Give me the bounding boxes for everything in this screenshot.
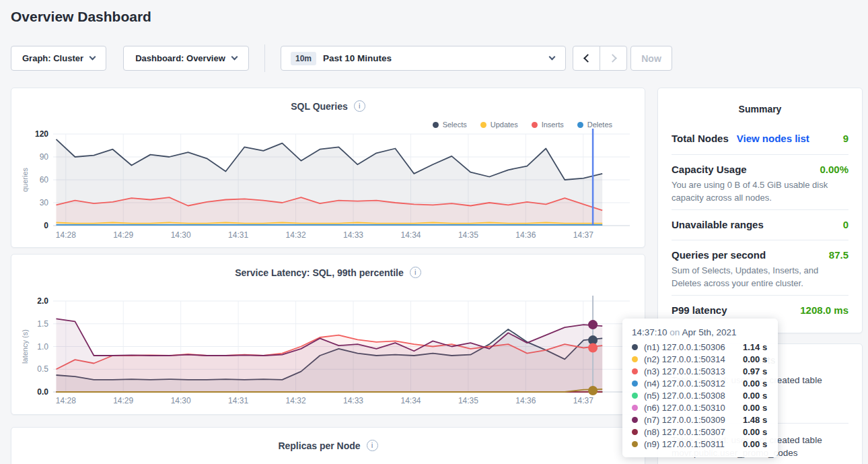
time-range-dropdown[interactable]: 10m Past 10 Minutes (281, 46, 566, 71)
service-latency-card: Service Latency: SQL, 99th percentile i … (11, 254, 645, 415)
chevron-right-icon (608, 54, 617, 63)
info-icon[interactable]: i (367, 440, 378, 451)
sql-queries-chart[interactable]: 14:2814:2914:3014:3114:3214:3314:3414:35… (11, 88, 646, 248)
toolbar-divider (264, 44, 265, 72)
tooltip-row: (n9) 127.0.0.1:503110.00 s (632, 438, 768, 450)
tooltip-series-dot (632, 405, 638, 411)
tooltip-series-dot (632, 380, 638, 387)
y-tick-label: 0.5 (37, 364, 48, 374)
sql-queries-card: SQL Queries i SelectsUpdatesInsertsDelet… (11, 88, 645, 248)
tooltip-series-dot (632, 393, 638, 399)
page-title: Overview Dashboard (11, 9, 151, 25)
divider (672, 209, 848, 210)
tooltip-row: (n3) 127.0.0.1:503130.97 s (632, 365, 768, 377)
queries-per-second-description: Sum of Selects, Updates, Inserts, and De… (672, 264, 848, 290)
tooltip-node-value: 0.00 s (743, 391, 767, 401)
x-tick-label: 14:35 (458, 396, 478, 405)
chevron-down-icon (89, 54, 96, 61)
tooltip-node-value: 1.14 s (743, 342, 767, 352)
x-tick-label: 14:28 (56, 230, 76, 240)
time-now-button[interactable]: Now (630, 46, 672, 71)
time-prev-button[interactable] (573, 46, 600, 71)
summary-panel: Summary Total Nodes View nodes list 9 Ca… (657, 88, 863, 333)
tooltip-node-name: (n2) 127.0.0.1:50314 (644, 354, 743, 364)
x-tick-label: 14:37 (573, 396, 593, 405)
y-tick-label: 0.0 (37, 387, 48, 397)
y-axis-label: queries (21, 167, 29, 192)
x-tick-label: 14:28 (56, 396, 76, 405)
tooltip-timestamp: 14:37:10 on Apr 5th, 2021 (632, 327, 768, 337)
x-tick-label: 14:33 (343, 396, 363, 405)
tooltip-node-value: 0.00 s (743, 378, 767, 389)
y-tick-label: 1.0 (37, 342, 48, 352)
p99-latency-label: P99 latency (672, 304, 727, 316)
tooltip-row: (n6) 127.0.0.1:503100.00 s (632, 401, 768, 413)
x-tick-label: 14:35 (458, 230, 478, 240)
unavailable-ranges-value: 0 (843, 219, 848, 230)
time-range-label: Past 10 Minutes (323, 53, 392, 63)
x-tick-label: 14:37 (573, 230, 593, 240)
x-tick-label: 14:30 (171, 230, 191, 240)
dashboard-dropdown-label: Dashboard: Overview (135, 53, 225, 63)
tooltip-node-name: (n4) 127.0.0.1:50312 (644, 378, 743, 389)
x-tick-label: 14:36 (515, 230, 536, 240)
tooltip-node-value: 0.97 s (743, 366, 767, 376)
x-tick-label: 14:33 (343, 230, 363, 240)
tooltip-node-value: 0.00 s (743, 439, 767, 449)
summary-title: Summary (658, 104, 862, 114)
y-axis-label: latency (s) (21, 329, 29, 364)
tooltip-node-name: (n5) 127.0.0.1:50308 (644, 391, 743, 401)
queries-per-second-value: 87.5 (829, 249, 848, 261)
tooltip-node-name: (n7) 127.0.0.1:50309 (644, 415, 743, 425)
x-tick-label: 14:36 (515, 396, 536, 405)
total-nodes-value: 9 (843, 133, 848, 144)
dashboard-dropdown[interactable]: Dashboard: Overview (123, 46, 249, 71)
x-tick-label: 14:34 (400, 230, 421, 240)
total-nodes-label: Total Nodes (672, 133, 729, 144)
tooltip-series-dot (632, 429, 638, 435)
tooltip-row: (n8) 127.0.0.1:503070.00 s (632, 426, 768, 438)
tooltip-node-name: (n8) 127.0.0.1:50307 (644, 427, 743, 437)
time-range-badge: 10m (291, 52, 316, 65)
crosshair-dot (588, 320, 598, 329)
divider (672, 295, 848, 296)
x-tick-label: 14:34 (400, 396, 421, 405)
tooltip-node-name: (n6) 127.0.0.1:50310 (644, 403, 743, 413)
replicas-per-node-card: Replicas per Node i (11, 427, 645, 464)
tooltip-node-value: 1.48 s (743, 415, 767, 425)
tooltip-series-dot (632, 356, 638, 362)
tooltip-row: (n4) 127.0.0.1:503120.00 s (632, 377, 768, 389)
tooltip-row: (n7) 127.0.0.1:503091.48 s (632, 413, 768, 426)
y-tick-label: 1.5 (37, 319, 48, 329)
tooltip-row: (n5) 127.0.0.1:503080.00 s (632, 389, 768, 401)
x-tick-label: 14:32 (286, 230, 306, 240)
tooltip-series-dot (632, 368, 638, 374)
capacity-usage-value: 0.00% (820, 164, 848, 175)
tooltip-row: (n1) 127.0.0.1:503061.14 s (632, 341, 768, 353)
capacity-usage-label: Capacity Usage (672, 164, 747, 175)
y-tick-label: 0 (44, 221, 48, 230)
view-nodes-list-link[interactable]: View nodes list (737, 133, 809, 144)
chevron-down-icon (549, 54, 556, 61)
replicas-per-node-title: Replicas per Node (278, 440, 360, 451)
chart-hover-tooltip: 14:37:10 on Apr 5th, 2021 (n1) 127.0.0.1… (622, 319, 778, 457)
y-tick-label: 60 (40, 175, 49, 185)
capacity-usage-description: You are using 0 B of 4.5 GiB usable disk… (672, 178, 848, 204)
x-tick-label: 14:31 (228, 230, 248, 240)
tooltip-row: (n2) 127.0.0.1:503140.00 s (632, 353, 768, 365)
service-latency-chart[interactable]: 14:2814:2914:3014:3114:3214:3314:3414:35… (11, 255, 646, 416)
chevron-down-icon (231, 54, 238, 61)
tooltip-node-name: (n1) 127.0.0.1:50306 (644, 342, 743, 352)
tooltip-node-name: (n3) 127.0.0.1:50313 (644, 366, 743, 376)
y-tick-label: 90 (40, 152, 49, 162)
tooltip-node-name: (n9) 127.0.0.1:50311 (644, 439, 743, 449)
divider (672, 154, 848, 155)
crosshair-dot (588, 386, 598, 395)
x-tick-label: 14:29 (113, 396, 133, 405)
crosshair-dot (588, 343, 598, 353)
divider (672, 240, 848, 240)
p99-latency-value: 1208.0 ms (800, 304, 848, 316)
graph-dropdown[interactable]: Graph: Cluster (11, 46, 106, 71)
time-next-button[interactable] (600, 46, 627, 71)
graph-dropdown-label: Graph: Cluster (22, 53, 83, 63)
